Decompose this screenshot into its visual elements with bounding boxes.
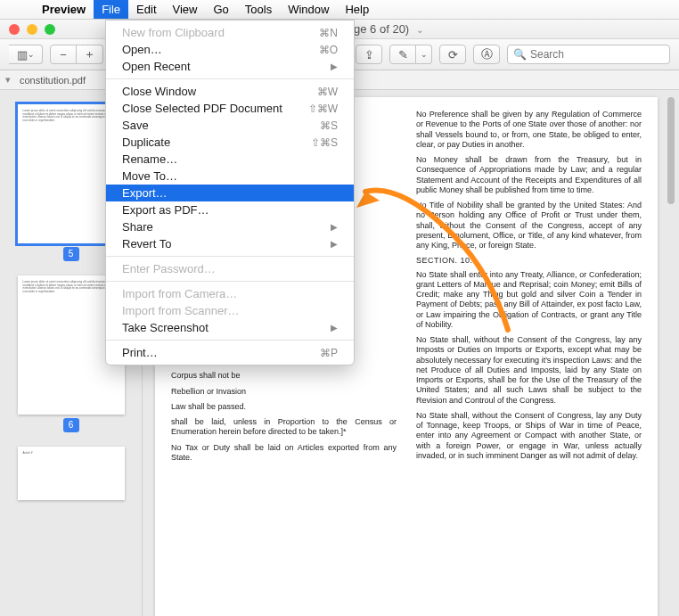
menu-view[interactable]: View — [165, 0, 206, 19]
zoom-in-icon: ＋ — [84, 46, 95, 62]
menu-item-export-as-pdf[interactable]: Export as PDF… — [106, 201, 354, 218]
menu-item-new-from-clipboard: New from Clipboard⌘N — [106, 24, 354, 41]
menu-item-open-recent[interactable]: Open Recent▶ — [106, 58, 354, 75]
submenu-arrow-icon: ▶ — [331, 323, 338, 333]
section-heading: SECTION. 10. — [416, 256, 642, 266]
menu-edit[interactable]: Edit — [128, 0, 164, 19]
menu-item-import-from-scanner: Import from Scanner… — [106, 302, 354, 319]
share-icon: ⇪ — [364, 48, 374, 62]
menu-item-duplicate[interactable]: Duplicate⇧⌘S — [106, 134, 354, 151]
menu-item-take-screenshot[interactable]: Take Screenshot▶ — [106, 319, 354, 336]
menu-item-move-to[interactable]: Move To… — [106, 168, 354, 185]
highlight-menu-button[interactable]: ⌄ — [416, 45, 432, 64]
search-icon: 🔍 — [513, 48, 527, 61]
zoom-in-button[interactable]: ＋ — [77, 45, 103, 64]
submenu-arrow-icon: ▶ — [331, 222, 338, 232]
menu-window[interactable]: Window — [280, 0, 337, 19]
highlight-icon: ✎ — [398, 48, 408, 62]
rotate-icon: ⟳ — [448, 48, 458, 62]
search-field[interactable]: 🔍 — [507, 45, 670, 64]
rotate-button[interactable]: ⟳ — [439, 45, 466, 64]
menu-go[interactable]: Go — [205, 0, 236, 19]
menu-item-export[interactable]: Export… — [106, 185, 354, 201]
vertical-scrollbar[interactable] — [665, 94, 677, 612]
scrollbar-thumb[interactable] — [667, 97, 675, 204]
close-window-button[interactable] — [9, 24, 20, 35]
menu-item-revert-to[interactable]: Revert To▶ — [106, 235, 354, 252]
view-mode-button[interactable]: ▥ ⌄ — [9, 45, 43, 64]
menu-item-print[interactable]: Print…⌘P — [106, 344, 354, 361]
zoom-out-icon: − — [60, 48, 67, 62]
menu-item-import-from-camera: Import from Camera… — [106, 285, 354, 302]
fullscreen-window-button[interactable] — [45, 24, 55, 35]
system-menubar: Preview File Edit View Go Tools Window H… — [0, 0, 679, 20]
search-input[interactable] — [530, 48, 664, 61]
chevron-down-icon: ⌄ — [421, 50, 428, 59]
markup-icon: Ⓐ — [481, 46, 493, 62]
zoom-out-button[interactable]: − — [50, 45, 77, 64]
tab-disclosure-icon[interactable]: ▾ — [0, 74, 16, 86]
menu-item-rename[interactable]: Rename… — [106, 151, 354, 168]
markup-button[interactable]: Ⓐ — [473, 45, 500, 64]
submenu-arrow-icon: ▶ — [331, 239, 338, 249]
share-button[interactable]: ⇪ — [356, 45, 382, 64]
menu-help[interactable]: Help — [337, 0, 377, 19]
menu-tools[interactable]: Tools — [237, 0, 280, 19]
menu-item-close-selected-pdf-document[interactable]: Close Selected PDF Document⇧⌘W — [106, 100, 354, 117]
minimize-window-button[interactable] — [27, 24, 37, 35]
page-thumbnail[interactable]: Article II — [18, 447, 125, 500]
submenu-arrow-icon: ▶ — [331, 62, 338, 71]
page-number-badge: 6 — [63, 418, 79, 432]
app-menu[interactable]: Preview — [34, 0, 94, 19]
highlight-button[interactable]: ✎ — [389, 45, 416, 64]
page-number-badge: 5 — [63, 247, 79, 261]
menu-file[interactable]: File — [94, 0, 128, 19]
file-menu-dropdown: New from Clipboard⌘NOpen…⌘OOpen Recent▶C… — [105, 20, 355, 365]
tab-name[interactable]: constitution.pdf — [16, 75, 89, 86]
menu-item-save[interactable]: Save⌘S — [106, 117, 354, 134]
menu-item-share[interactable]: Share▶ — [106, 218, 354, 235]
menu-item-close-window[interactable]: Close Window⌘W — [106, 83, 354, 100]
menu-item-enter-password: Enter Password… — [106, 260, 354, 277]
chevron-down-icon[interactable]: ⌄ — [416, 25, 423, 35]
menu-item-open[interactable]: Open…⌘O — [106, 41, 354, 58]
